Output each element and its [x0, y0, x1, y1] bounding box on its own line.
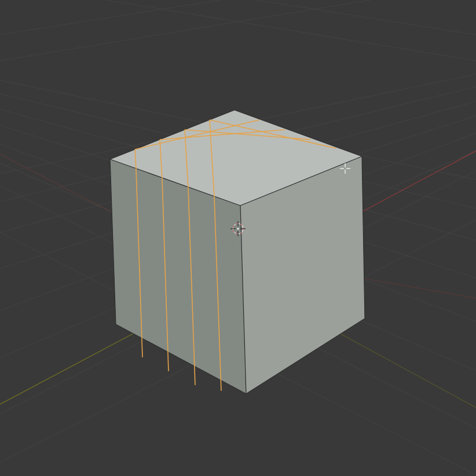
viewport-3d[interactable] — [0, 0, 476, 476]
svg-point-31 — [237, 228, 239, 230]
